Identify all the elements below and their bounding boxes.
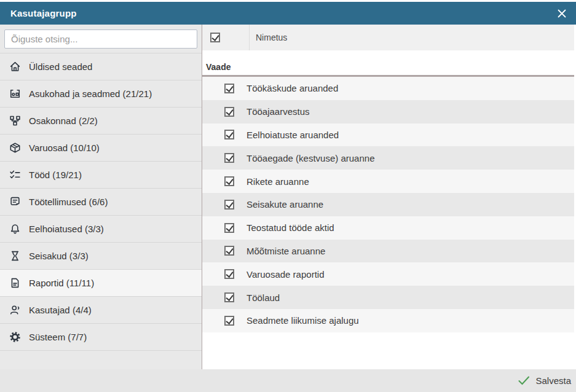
sidebar-item-label: Kasutajad (4/4) bbox=[29, 305, 92, 315]
group-header: Vaade bbox=[202, 58, 574, 77]
table-header: Nimetus bbox=[202, 25, 574, 50]
row-label: Eelhoiatuste aruanded bbox=[247, 130, 339, 140]
row-checkbox[interactable] bbox=[224, 316, 234, 326]
sidebar-item-label: Asukohad ja seadmed (21/21) bbox=[29, 88, 152, 99]
sidebar-item[interactable]: Kasutajad (4/4) bbox=[0, 297, 202, 324]
users-icon bbox=[9, 304, 21, 316]
table-row: Seadmete liikumise ajalugu bbox=[202, 309, 574, 332]
spare-parts-icon bbox=[9, 142, 21, 154]
sidebar-item[interactable]: Eelhoiatused (3/3) bbox=[0, 216, 202, 243]
header-gap bbox=[202, 50, 574, 58]
row-label: Mõõtmiste aruanne bbox=[247, 246, 325, 256]
name-column-header: Nimetus bbox=[250, 33, 287, 42]
tasks-icon bbox=[9, 169, 21, 181]
table-row: Mõõtmiste aruanne bbox=[202, 240, 574, 263]
row-label: Töökäskude aruanded bbox=[247, 83, 338, 93]
permissions-panel: Nimetus Vaade Töökäskude aruandedTööajaa… bbox=[202, 25, 576, 369]
row-label: Varuosade raportid bbox=[247, 269, 324, 280]
row-label: Tööajaarvestus bbox=[247, 106, 310, 117]
table-row: Tööaegade (kestvuse) aruanne bbox=[202, 146, 574, 170]
sidebar-items: Üldised seadedAsukohad ja seadmed (21/21… bbox=[0, 53, 202, 351]
row-checkbox[interactable] bbox=[224, 84, 234, 93]
reports-icon bbox=[9, 277, 21, 289]
sidebar-item[interactable]: Varuosad (10/10) bbox=[0, 135, 202, 162]
table-row: Töölaud bbox=[202, 286, 574, 309]
row-label: Töölaud bbox=[247, 292, 280, 303]
permission-rows: Töökäskude aruandedTööajaarvestusEelhoia… bbox=[202, 77, 574, 332]
row-label: Tööaegade (kestvuse) aruanne bbox=[247, 153, 374, 163]
dialog-titlebar: Kasutajagrupp bbox=[0, 2, 576, 25]
row-label: Seisakute aruanne bbox=[247, 199, 323, 210]
sidebar-item[interactable]: Raportid (11/11) bbox=[0, 270, 202, 297]
sidebar-item[interactable]: Tööd (19/21) bbox=[0, 162, 202, 189]
sidebar-item-label: Üldised seaded bbox=[29, 61, 92, 72]
row-checkbox[interactable] bbox=[224, 130, 234, 139]
sidebar-item-label: Eelhoiatused (3/3) bbox=[29, 224, 104, 234]
home-icon bbox=[9, 61, 21, 73]
sidebar-item-label: Seisakud (3/3) bbox=[29, 251, 89, 261]
row-label: Rikete aruanne bbox=[247, 176, 309, 187]
save-check-icon bbox=[518, 376, 530, 385]
close-icon[interactable] bbox=[556, 7, 576, 20]
row-checkbox[interactable] bbox=[224, 246, 234, 256]
row-checkbox[interactable] bbox=[224, 292, 234, 302]
work-orders-icon bbox=[9, 196, 21, 208]
group-header-label: Vaade bbox=[206, 62, 231, 72]
sidebar-item[interactable]: Süsteem (7/7) bbox=[0, 324, 202, 351]
save-button[interactable]: Salvesta bbox=[518, 375, 576, 386]
dialog-footer: Salvesta bbox=[0, 369, 576, 392]
row-checkbox[interactable] bbox=[224, 223, 234, 233]
search-wrap bbox=[0, 25, 202, 53]
row-checkbox[interactable] bbox=[224, 200, 234, 210]
sidebar-item[interactable]: Üldised seaded bbox=[0, 53, 202, 80]
alerts-icon bbox=[9, 223, 21, 235]
permissions-sidebar: Üldised seadedAsukohad ja seadmed (21/21… bbox=[0, 25, 202, 369]
sidebar-item[interactable]: Seisakud (3/3) bbox=[0, 243, 202, 270]
table-row: Seisakute aruanne bbox=[202, 193, 574, 216]
table-row: Varuosade raportid bbox=[202, 262, 574, 286]
save-button-label: Salvesta bbox=[535, 375, 571, 386]
row-checkbox[interactable] bbox=[224, 269, 234, 279]
select-all-checkbox[interactable] bbox=[210, 33, 220, 42]
sidebar-item-label: Tööd (19/21) bbox=[29, 170, 82, 180]
table-row: Teostatud tööde aktid bbox=[202, 216, 574, 240]
table-row: Eelhoiatuste aruanded bbox=[202, 123, 574, 147]
sidebar-item-label: Osakonnad (2/2) bbox=[29, 116, 98, 126]
row-checkbox[interactable] bbox=[224, 176, 234, 186]
search-input[interactable] bbox=[4, 29, 197, 49]
table-row: Rikete aruanne bbox=[202, 170, 574, 193]
sidebar-item[interactable]: Töötellimused (6/6) bbox=[0, 189, 202, 216]
dialog-title: Kasutajagrupp bbox=[0, 8, 77, 18]
sidebar-item[interactable]: Asukohad ja seadmed (21/21) bbox=[0, 80, 202, 108]
row-label: Seadmete liikumise ajalugu bbox=[247, 315, 359, 326]
row-checkbox[interactable] bbox=[224, 153, 234, 163]
sidebar-item-label: Varuosad (10/10) bbox=[29, 143, 100, 153]
sidebar-item-label: Raportid (11/11) bbox=[29, 278, 94, 288]
row-label: Teostatud tööde aktid bbox=[247, 222, 334, 233]
table-row: Töökäskude aruanded bbox=[202, 77, 574, 100]
sidebar-item-label: Süsteem (7/7) bbox=[29, 332, 87, 342]
row-checkbox[interactable] bbox=[224, 107, 234, 117]
select-all-cell bbox=[202, 33, 249, 42]
sidebar-item[interactable]: Osakonnad (2/2) bbox=[0, 108, 202, 135]
table-row: Tööajaarvestus bbox=[202, 100, 574, 123]
sidebar-item-label: Töötellimused (6/6) bbox=[29, 197, 108, 207]
dialog-body: Üldised seadedAsukohad ja seadmed (21/21… bbox=[0, 25, 576, 369]
system-icon bbox=[9, 331, 21, 343]
departments-icon bbox=[9, 115, 21, 127]
downtime-icon bbox=[9, 250, 21, 262]
locations-devices-icon bbox=[9, 88, 21, 100]
